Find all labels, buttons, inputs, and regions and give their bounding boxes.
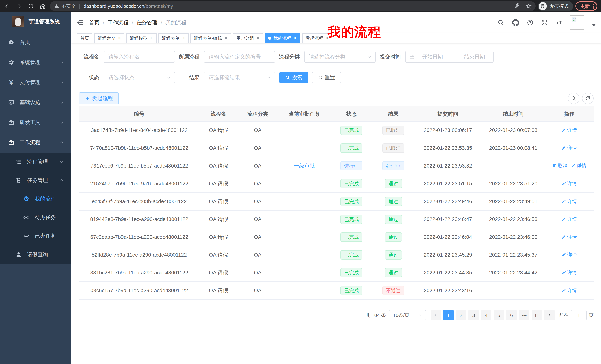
sidebar-item-my-process[interactable]: 我的流程 — [0, 190, 71, 208]
edit-icon — [562, 217, 566, 221]
help-icon[interactable] — [527, 19, 534, 26]
detail-link[interactable]: 详情 — [562, 198, 577, 205]
status-badge: 已完成 — [341, 268, 362, 277]
more-pages-button[interactable]: ••• — [519, 310, 529, 320]
breadcrumb-workflow[interactable]: 工作流程 — [108, 19, 129, 26]
page-size-select[interactable]: 10条/页 — [389, 310, 426, 320]
chevron-down-icon — [419, 313, 423, 317]
search-button[interactable]: 搜索 — [279, 72, 308, 84]
sidebar-item-done-tasks[interactable]: 已办任务 — [0, 227, 71, 245]
prev-page-button[interactable] — [431, 310, 441, 320]
key-icon[interactable] — [514, 3, 521, 9]
tab-my-process[interactable]: 我的流程✕ — [265, 33, 300, 43]
start-process-button[interactable]: ＋ 发起流程 — [79, 92, 119, 104]
sidebar-item-payment[interactable]: ¥ 支付管理 — [0, 72, 71, 92]
browser-home-icon[interactable] — [38, 1, 48, 11]
sidebar-item-leave-query[interactable]: 请假查询 — [0, 245, 71, 264]
detail-link[interactable]: 详情 — [562, 234, 577, 240]
page-button[interactable]: 3 — [468, 310, 479, 320]
browser-reload-icon[interactable] — [26, 1, 36, 11]
page-button[interactable]: 1 — [443, 310, 453, 320]
font-size-icon[interactable]: ᴛT — [556, 19, 562, 26]
search-icon[interactable] — [498, 19, 504, 26]
detail-link[interactable]: 详情 — [562, 252, 577, 258]
tree-list-icon — [15, 158, 22, 165]
security-section[interactable]: 不安全 — [54, 3, 76, 10]
calendar-icon — [409, 54, 415, 59]
sidebar-item-task-management[interactable]: 任务管理 — [0, 171, 71, 190]
person-icon — [15, 251, 22, 258]
address-bar[interactable]: 不安全 dashboard.yudao.iocoder.cn/bpm/task/… — [50, 1, 536, 11]
goto-page-input[interactable] — [571, 310, 587, 320]
bookmark-star-icon[interactable] — [526, 3, 532, 9]
detail-link[interactable]: 详情 — [562, 269, 577, 276]
submit-time-range-picker[interactable]: 开始日期 - 结束日期 — [405, 51, 494, 63]
close-icon[interactable]: ✕ — [224, 36, 228, 41]
detail-link[interactable]: 详情 — [571, 163, 586, 169]
sidebar-item-devtools[interactable]: 研发工具 — [0, 112, 71, 133]
browser-update-button[interactable]: 更新 — [575, 1, 597, 11]
detail-link[interactable]: 详情 — [562, 180, 577, 187]
tab-process-form[interactable]: 流程表单✕ — [159, 33, 189, 43]
close-icon[interactable]: ✕ — [118, 36, 121, 41]
result-badge: 通过 — [385, 268, 402, 277]
breadcrumb-home[interactable]: 首页 — [89, 19, 100, 26]
avatar[interactable] — [570, 15, 584, 30]
next-page-button[interactable] — [544, 310, 555, 320]
process-definition-input[interactable] — [204, 51, 275, 62]
chevron-down-icon — [60, 120, 64, 125]
status-badge: 已完成 — [341, 250, 362, 259]
detail-link[interactable]: 详情 — [562, 127, 577, 133]
refresh-table-button[interactable] — [582, 93, 594, 104]
show-search-toggle-button[interactable] — [568, 93, 580, 104]
status-badge: 已完成 — [341, 197, 362, 206]
detail-link[interactable]: 详情 — [562, 287, 577, 294]
sidebar-item-home[interactable]: 首页 — [0, 32, 71, 52]
sidebar-item-process-management[interactable]: 流程管理 — [0, 153, 71, 171]
page-button[interactable]: 2 — [456, 310, 466, 320]
edit-icon — [562, 235, 566, 239]
process-name-input[interactable] — [104, 51, 175, 62]
close-icon[interactable]: ✕ — [256, 36, 260, 41]
page-button[interactable]: 4 — [481, 310, 491, 320]
result-select[interactable]: 请选择流结果 — [204, 72, 275, 84]
breadcrumb-task-management[interactable]: 任务管理 — [137, 19, 158, 26]
detail-link[interactable]: 详情 — [562, 145, 577, 151]
sidebar-item-system[interactable]: 系统管理 — [0, 52, 71, 72]
edit-icon — [562, 270, 566, 275]
avatar-dropdown-caret-icon[interactable] — [592, 24, 596, 26]
close-icon[interactable]: ✕ — [182, 36, 185, 41]
submit-time-label: 提交时间 — [376, 53, 405, 60]
browser-back-icon[interactable] — [2, 1, 12, 11]
gear-icon — [8, 59, 14, 66]
top-navbar: 首页/ 工作流程/ 任务管理/ 我的流程 我的流程 ᴛT — [71, 12, 601, 33]
close-icon[interactable]: ✕ — [293, 36, 297, 41]
close-icon[interactable]: ✕ — [150, 36, 153, 41]
sidebar-collapse-icon[interactable] — [74, 17, 86, 29]
cancel-link[interactable]: 取消 — [552, 163, 567, 169]
fullscreen-icon[interactable] — [541, 19, 548, 26]
current-task-link[interactable]: 一级审批 — [294, 162, 315, 169]
detail-link[interactable]: 详情 — [562, 216, 577, 222]
page-button[interactable]: 5 — [494, 310, 504, 320]
sidebar-item-workflow[interactable]: 工作流程 — [0, 133, 71, 153]
process-definition-label: 所属流程 — [175, 53, 204, 60]
tab-home[interactable]: 首页 — [77, 33, 92, 43]
tab-process-form-edit[interactable]: 流程表单-编辑✕ — [190, 33, 231, 43]
url-text[interactable]: dashboard.yudao.iocoder.cn/bpm/task/my — [84, 3, 173, 9]
sidebar-item-infrastructure[interactable]: 基础设施 — [0, 92, 71, 112]
page-button[interactable]: 11 — [531, 310, 542, 320]
browser-forward-icon[interactable] — [14, 1, 24, 11]
sidebar-item-todo-tasks[interactable]: 待办任务 — [0, 208, 71, 227]
status-select[interactable]: 请选择状态 — [104, 72, 175, 84]
table-row: 03c6c157-7b9a-11ec-a290-acde48001122 OA … — [79, 282, 594, 299]
tab-process-definition[interactable]: 流程定义✕ — [94, 33, 124, 43]
github-icon[interactable] — [512, 19, 519, 26]
browser-menu-icon[interactable] — [593, 4, 594, 9]
page-button[interactable]: 6 — [506, 310, 517, 320]
monitor-icon — [8, 99, 14, 106]
tab-process-model[interactable]: 流程模型✕ — [126, 33, 156, 43]
reset-button[interactable]: 重置 — [312, 72, 341, 84]
tab-user-group[interactable]: 用户分组✕ — [233, 33, 263, 43]
process-category-select[interactable]: 请选择流程分类 — [304, 51, 376, 63]
